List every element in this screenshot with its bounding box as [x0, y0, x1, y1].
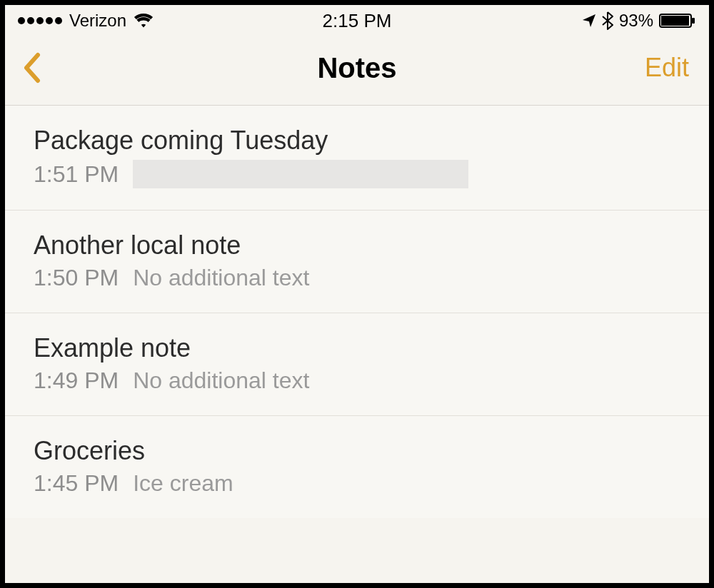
back-button[interactable] [22, 52, 46, 83]
status-bar: Verizon 2:15 PM 93% [5, 5, 709, 35]
list-item[interactable]: Another local note 1:50 PM No additional… [5, 211, 709, 313]
note-preview: No additional text [133, 368, 309, 394]
note-meta: 1:50 PM No additional text [34, 265, 685, 291]
note-time: 1:51 PM [34, 161, 119, 188]
svg-rect-2 [692, 18, 695, 24]
redacted-preview [133, 160, 468, 188]
list-item[interactable]: Package coming Tuesday 1:51 PM [5, 106, 709, 211]
svg-rect-1 [661, 16, 689, 26]
note-title: Another local note [34, 230, 685, 260]
list-item[interactable]: Groceries 1:45 PM Ice cream [5, 416, 709, 518]
note-title: Groceries [34, 436, 685, 466]
battery-percentage: 93% [619, 11, 653, 31]
carrier-label: Verizon [69, 11, 126, 31]
page-title: Notes [317, 52, 396, 84]
note-time: 1:50 PM [34, 265, 119, 291]
status-left: Verizon [18, 11, 154, 31]
status-right: 93% [582, 11, 696, 31]
wifi-icon [134, 13, 154, 29]
note-meta: 1:49 PM No additional text [34, 368, 685, 394]
location-icon [582, 14, 596, 28]
note-time: 1:45 PM [34, 470, 119, 497]
list-item[interactable]: Example note 1:49 PM No additional text [5, 313, 709, 416]
notes-list: Package coming Tuesday 1:51 PM Another l… [5, 106, 709, 518]
battery-icon [659, 13, 696, 29]
note-meta: 1:51 PM [34, 160, 685, 188]
nav-bar: Notes Edit [5, 35, 709, 106]
note-preview: No additional text [133, 265, 309, 291]
note-title: Package coming Tuesday [34, 126, 685, 156]
note-time: 1:49 PM [34, 368, 119, 394]
note-preview: Ice cream [133, 470, 233, 497]
note-title: Example note [34, 333, 685, 363]
edit-button[interactable]: Edit [645, 53, 689, 83]
bluetooth-icon [602, 11, 613, 30]
note-meta: 1:45 PM Ice cream [34, 470, 685, 497]
status-time: 2:15 PM [323, 10, 392, 32]
signal-strength-icon [18, 17, 62, 24]
